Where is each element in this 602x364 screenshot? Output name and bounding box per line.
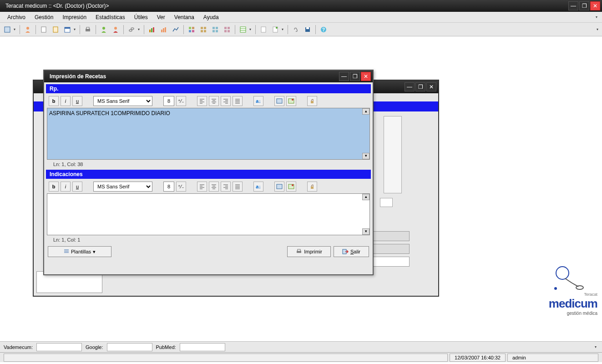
toolbar-calendar-icon[interactable] [62,24,73,35]
rx-maximize-button[interactable]: ❐ [350,72,360,81]
svg-rect-80 [277,184,282,189]
toolbar-attach-icon[interactable] [290,24,301,35]
menu-ventana[interactable]: Ventana [170,13,199,22]
menu-utiles[interactable]: Útiles [130,13,152,22]
toolbar-help-icon[interactable]: ? [318,24,329,35]
menu-gestion[interactable]: Gestión [30,13,58,22]
toolbar-calendar-dropdown[interactable]: ▾ [74,27,77,31]
toolbar-new-icon[interactable] [2,24,13,35]
toolbar-doc1-icon[interactable] [38,24,49,35]
ind-status: Ln: 1, Col: 1 [44,236,373,243]
close-button[interactable]: ✕ [590,1,600,10]
rp-lock-button[interactable] [307,96,317,106]
maximize-button[interactable]: ❐ [579,1,589,10]
ind-align-left-button[interactable] [197,182,207,192]
toolbar-page1-icon[interactable] [258,24,269,35]
toolbar-page-dropdown[interactable]: ▾ [282,27,285,31]
menu-impresion[interactable]: Impresión [58,13,91,22]
toolbar-link-icon[interactable] [126,24,137,35]
toolbar-user-icon[interactable] [22,24,33,35]
rp-italic-button[interactable]: i [61,96,71,106]
bg-maximize-button[interactable]: ❐ [415,82,425,91]
rp-underline-button[interactable]: u [72,96,82,106]
toolbar-new-dropdown[interactable]: ▾ [14,27,17,31]
toolbar-save-icon[interactable] [302,24,313,35]
rp-fontcolor-button[interactable]: a↓ [253,96,263,106]
rp-align-center-button[interactable] [209,96,219,106]
toolbar-chart2-icon[interactable] [158,24,169,35]
rp-font-select[interactable]: MS Sans Serif [93,96,152,106]
salir-button[interactable]: SSaliralir [334,246,369,257]
list-icon [64,249,69,254]
exit-icon [342,249,349,254]
menu-ayuda[interactable]: Ayuda [199,13,223,22]
ind-bold-button[interactable]: b [49,182,59,192]
toolbar-grid1-icon[interactable] [186,24,197,35]
rp-bold-button[interactable]: b [49,96,59,106]
bg-button-1[interactable] [373,231,410,241]
vademecum-input[interactable] [36,343,82,351]
toolbar-person1-icon[interactable] [98,24,109,35]
rp-scroll-up[interactable]: ▴ [362,108,369,115]
ind-lock-button[interactable] [307,182,317,192]
toolbar-overflow-icon[interactable]: ▾ [597,27,600,31]
ind-image-button[interactable] [274,182,284,192]
ind-scroll-up[interactable]: ▴ [362,194,369,200]
imprimir-button[interactable]: Imprimir [287,246,331,257]
search-overflow-icon[interactable]: ▾ [595,345,598,349]
toolbar-chart1-icon[interactable] [147,24,157,35]
toolbar-table-icon[interactable] [238,24,248,35]
ind-underline-button[interactable]: u [72,182,82,192]
logo-brand: Teracat [549,292,597,297]
toolbar-link-dropdown[interactable]: ▾ [138,27,142,31]
rp-editor[interactable]: ASPIRINA SUPRATECH 1COMPRIMIDO DIARIO ▴ … [47,108,370,160]
toolbar-print-icon[interactable] [82,24,93,35]
menu-overflow-icon[interactable]: ▾ [596,15,599,19]
rp-image-button[interactable] [274,96,284,106]
svg-rect-37 [261,27,266,32]
ind-size-input[interactable] [163,182,174,192]
ind-italic-button[interactable]: i [61,182,71,192]
rx-minimize-button[interactable]: — [339,72,349,81]
ind-scroll-down[interactable]: ▾ [362,228,369,235]
rp-align-left-button[interactable] [197,96,207,106]
bg-field[interactable] [380,198,393,207]
ind-sizestep-button[interactable]: ⁺∕₋ [176,182,186,192]
rp-sizestep-button[interactable]: ⁺∕₋ [176,96,186,106]
menu-estadisticas[interactable]: Estadísticas [91,13,130,22]
ind-font-select[interactable]: MS Sans Serif [93,182,152,192]
google-input[interactable] [107,343,152,351]
bg-button-3[interactable] [373,257,410,267]
pubmed-input[interactable] [180,343,225,351]
rp-scroll-down[interactable]: ▾ [362,153,369,159]
rp-align-right-button[interactable] [221,96,231,106]
menu-ver[interactable]: Ver [152,13,170,22]
toolbar-grid4-icon[interactable] [222,24,233,35]
menu-archivo[interactable]: Archivo [3,13,30,22]
toolbar-chart3-icon[interactable] [170,24,181,35]
toolbar-grid2-icon[interactable] [198,24,209,35]
rp-align-justify-button[interactable] [233,96,243,106]
ind-object-button[interactable] [286,182,296,192]
ind-editor[interactable]: ▴ ▾ [47,193,370,235]
toolbar-person2-icon[interactable] [110,24,121,35]
svg-rect-31 [228,27,230,29]
toolbar-table-dropdown[interactable]: ▾ [249,27,253,31]
ind-toolbar: b i u MS Sans Serif ⁺∕₋ a↓ [46,181,371,192]
rp-object-button[interactable] [286,96,296,106]
bg-button-2[interactable] [373,244,410,254]
minimize-button[interactable]: — [568,1,578,10]
ind-fontcolor-button[interactable]: a↓ [253,182,263,192]
bg-minimize-button[interactable]: — [405,82,415,91]
ind-align-center-button[interactable] [209,182,219,192]
ind-align-right-button[interactable] [221,182,231,192]
plantillas-button[interactable]: Plantillas ▾ [48,246,111,257]
ind-align-justify-button[interactable] [233,182,243,192]
toolbar-page2-icon[interactable] [270,24,281,35]
rp-size-input[interactable] [163,96,174,106]
rx-close-button[interactable]: ✕ [361,72,371,81]
pubmed-label: PubMed: [156,344,176,350]
toolbar-grid3-icon[interactable] [210,24,221,35]
bg-close-button[interactable]: ✕ [426,82,436,91]
toolbar-doc2-icon[interactable] [50,24,61,35]
